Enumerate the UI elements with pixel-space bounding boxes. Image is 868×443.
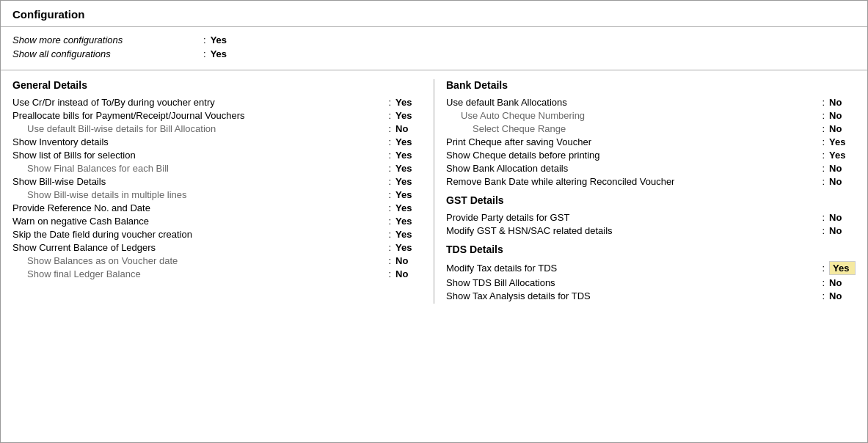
item-colon: : bbox=[388, 268, 391, 279]
item-colon: : bbox=[388, 163, 391, 174]
item-label: Show Cheque details before printing bbox=[446, 150, 822, 161]
tds-items-container: Modify Tax details for TDS:YesShow TDS B… bbox=[446, 261, 856, 301]
item-label: Modify GST & HSN/SAC related details bbox=[446, 225, 822, 236]
gst-details-title: GST Details bbox=[446, 194, 856, 206]
item-colon: : bbox=[822, 176, 825, 187]
list-item: Show list of Bills for selection:Yes bbox=[12, 150, 422, 161]
item-label: Skip the Date field during voucher creat… bbox=[12, 229, 388, 240]
item-colon: : bbox=[388, 176, 391, 187]
top-config-value-0: Yes bbox=[211, 34, 227, 45]
item-colon: : bbox=[822, 110, 825, 121]
item-colon: : bbox=[388, 202, 391, 213]
item-label: Show Bill-wise details in multiple lines bbox=[12, 189, 388, 200]
item-label: Use Auto Cheque Numbering bbox=[446, 110, 822, 121]
page-title: Configuration bbox=[12, 8, 856, 21]
item-value: Yes bbox=[829, 136, 856, 147]
right-panel: Bank Details Use default Bank Allocation… bbox=[434, 79, 867, 304]
list-item: Preallocate bills for Payment/Receipt/Jo… bbox=[12, 110, 422, 121]
item-label: Warn on negative Cash Balance bbox=[12, 216, 388, 227]
list-item: Show Inventory details:Yes bbox=[12, 136, 422, 147]
list-item: Show Cheque details before printing:Yes bbox=[446, 150, 856, 161]
list-item: Provide Reference No. and Date:Yes bbox=[12, 202, 422, 213]
item-colon: : bbox=[822, 150, 825, 161]
item-colon: : bbox=[388, 97, 391, 108]
item-colon: : bbox=[822, 212, 825, 223]
item-label: Show Inventory details bbox=[12, 136, 388, 147]
left-panel: General Details Use Cr/Dr instead of To/… bbox=[1, 79, 434, 304]
item-colon: : bbox=[822, 136, 825, 147]
item-value: Yes bbox=[829, 261, 856, 275]
item-label: Remove Bank Date while altering Reconcil… bbox=[446, 176, 822, 187]
item-colon: : bbox=[388, 136, 391, 147]
item-label: Use Cr/Dr instead of To/By during vouche… bbox=[12, 97, 388, 108]
item-label: Show list of Bills for selection bbox=[12, 150, 388, 161]
item-value: No bbox=[829, 176, 856, 187]
general-items-container: Use Cr/Dr instead of To/By during vouche… bbox=[12, 97, 422, 279]
item-colon: : bbox=[822, 290, 825, 301]
list-item: Use default Bill-wise details for Bill A… bbox=[12, 123, 422, 134]
item-label: Show Tax Analysis details for TDS bbox=[446, 290, 822, 301]
list-item: Show Final Balances for each Bill:Yes bbox=[12, 163, 422, 174]
list-item: Show TDS Bill Allocations:No bbox=[446, 277, 856, 288]
item-value: No bbox=[829, 225, 856, 236]
top-config-label-1: Show all configurations bbox=[12, 48, 203, 59]
item-value: No bbox=[395, 255, 422, 266]
list-item: Use Auto Cheque Numbering:No bbox=[446, 110, 856, 121]
item-value: No bbox=[829, 110, 856, 121]
list-item: Show Bill-wise details in multiple lines… bbox=[12, 189, 422, 200]
item-value: Yes bbox=[395, 150, 422, 161]
item-colon: : bbox=[388, 189, 391, 200]
top-config-row-0: Show more configurations : Yes bbox=[12, 34, 856, 45]
list-item: Show Bank Allocation details:No bbox=[446, 163, 856, 174]
item-label: Show Balances as on Voucher date bbox=[12, 255, 388, 266]
top-config-label-0: Show more configurations bbox=[12, 34, 203, 45]
item-colon: : bbox=[388, 123, 391, 134]
main-container: Configuration Show more configurations :… bbox=[0, 0, 868, 443]
item-colon: : bbox=[822, 225, 825, 236]
item-label: Show Bank Allocation details bbox=[446, 163, 822, 174]
item-colon: : bbox=[388, 242, 391, 253]
item-value: No bbox=[395, 123, 422, 134]
bank-items-container: Use default Bank Allocations:NoUse Auto … bbox=[446, 97, 856, 187]
item-colon: : bbox=[388, 216, 391, 227]
list-item: Warn on negative Cash Balance:Yes bbox=[12, 216, 422, 227]
item-colon: : bbox=[388, 110, 391, 121]
item-colon: : bbox=[822, 277, 825, 288]
item-label: Show final Ledger Balance bbox=[12, 268, 388, 279]
item-value: No bbox=[829, 290, 856, 301]
item-value: Yes bbox=[395, 110, 422, 121]
item-value: No bbox=[829, 277, 856, 288]
item-value: Yes bbox=[395, 97, 422, 108]
bank-details-title: Bank Details bbox=[446, 79, 856, 91]
top-config-value-1: Yes bbox=[211, 48, 227, 59]
item-value: No bbox=[829, 163, 856, 174]
item-label: Use default Bill-wise details for Bill A… bbox=[12, 123, 388, 134]
item-label: Modify Tax details for TDS bbox=[446, 263, 822, 274]
item-value: Yes bbox=[395, 189, 422, 200]
item-colon: : bbox=[822, 163, 825, 174]
general-details-title: General Details bbox=[12, 79, 422, 91]
item-value: Yes bbox=[829, 150, 856, 161]
item-value: Yes bbox=[395, 163, 422, 174]
list-item: Show Balances as on Voucher date:No bbox=[12, 255, 422, 266]
item-label: Show Current Balance of Ledgers bbox=[12, 242, 388, 253]
item-value: No bbox=[829, 97, 856, 108]
item-colon: : bbox=[822, 97, 825, 108]
list-item: Skip the Date field during voucher creat… bbox=[12, 229, 422, 240]
item-value: Yes bbox=[395, 242, 422, 253]
title-bar: Configuration bbox=[1, 1, 867, 27]
gst-items-container: Provide Party details for GST:NoModify G… bbox=[446, 212, 856, 236]
item-label: Show Final Balances for each Bill bbox=[12, 163, 388, 174]
tds-details-title: TDS Details bbox=[446, 244, 856, 255]
item-colon: : bbox=[388, 255, 391, 266]
item-colon: : bbox=[388, 150, 391, 161]
item-value: No bbox=[395, 268, 422, 279]
item-colon: : bbox=[822, 123, 825, 134]
item-value: Yes bbox=[395, 136, 422, 147]
item-value: Yes bbox=[395, 229, 422, 240]
top-config-row-1: Show all configurations : Yes bbox=[12, 48, 856, 59]
item-label: Provide Party details for GST bbox=[446, 212, 822, 223]
list-item: Show Current Balance of Ledgers:Yes bbox=[12, 242, 422, 253]
list-item: Show Tax Analysis details for TDS:No bbox=[446, 290, 856, 301]
item-value: Yes bbox=[395, 202, 422, 213]
